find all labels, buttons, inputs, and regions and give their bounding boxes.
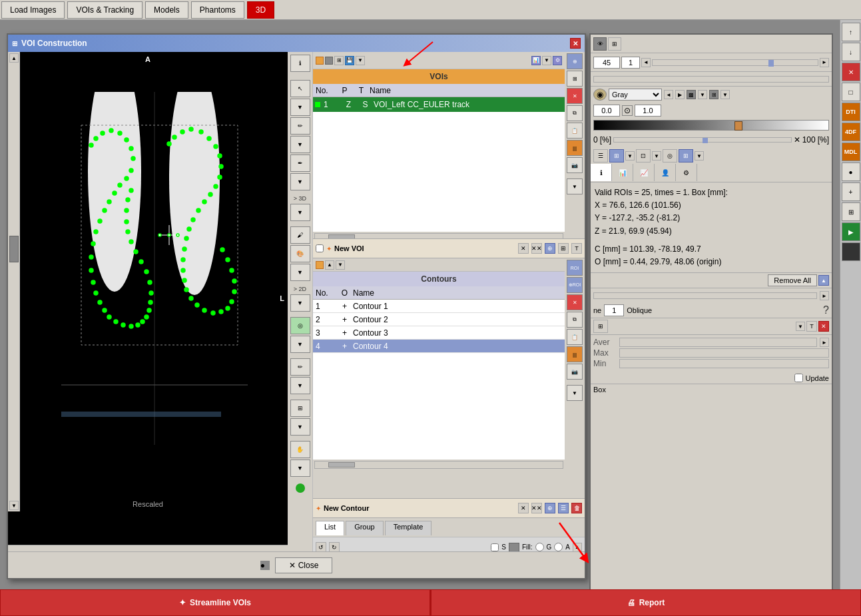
tool-arrow-down[interactable]: ▼ bbox=[290, 99, 310, 116]
color-play[interactable]: ▶ bbox=[675, 90, 685, 99]
ct-action-scroll-down[interactable]: ▼ bbox=[567, 385, 583, 401]
new-ct-roi[interactable]: ⊕ bbox=[545, 503, 555, 513]
tab-group[interactable]: Group bbox=[346, 521, 384, 535]
view-btn-2[interactable]: ⊞ bbox=[609, 149, 624, 162]
edit-eye[interactable] bbox=[509, 543, 519, 552]
gradient-bar[interactable] bbox=[593, 120, 829, 131]
more-t-label[interactable]: T bbox=[806, 321, 817, 332]
tool-copy[interactable]: ⊞ bbox=[290, 400, 310, 417]
edit-checkbox-s[interactable] bbox=[491, 543, 499, 551]
view-arrow2[interactable]: ▼ bbox=[652, 151, 661, 160]
info-slice-left[interactable]: ◄ bbox=[641, 58, 651, 67]
sidebar-btn-mdl[interactable]: MDL bbox=[842, 143, 860, 161]
voi-action-crosshair[interactable]: ⊕ bbox=[567, 53, 583, 69]
view-btn-1[interactable]: ☰ bbox=[593, 149, 608, 162]
tool-hand[interactable]: ✋ bbox=[290, 441, 310, 458]
voi-settings[interactable]: ▼ bbox=[542, 56, 551, 65]
question-mark[interactable]: ? bbox=[823, 304, 829, 316]
ct-action-roi1[interactable]: ROI bbox=[567, 260, 583, 276]
contour-row-2[interactable]: 2 + Contour 2 bbox=[313, 313, 565, 326]
threed-button[interactable]: 3D bbox=[247, 1, 274, 19]
view-btn-3[interactable]: ⊡ bbox=[636, 149, 651, 162]
vois-tracking-button[interactable]: VOIs & Tracking bbox=[67, 1, 143, 19]
view-btn-5[interactable]: ⊞ bbox=[679, 149, 693, 162]
voi-action-orange[interactable]: ||| bbox=[567, 140, 583, 156]
voi-arrow-down[interactable]: ▼ bbox=[356, 56, 365, 65]
color-arrow[interactable]: ▼ bbox=[698, 90, 707, 99]
color-icon3[interactable]: ⊞ bbox=[709, 90, 718, 99]
update-checkbox[interactable] bbox=[794, 374, 803, 382]
info-tab-info[interactable]: ℹ bbox=[591, 164, 612, 181]
scroll-up[interactable]: ▲ bbox=[9, 53, 19, 63]
tool-arrow-down5[interactable]: ▼ bbox=[290, 336, 310, 353]
close-button[interactable]: ✕ Close bbox=[275, 557, 333, 573]
info-tab-chart2[interactable]: 📈 bbox=[633, 164, 655, 181]
tool-brush[interactable]: 🖌 bbox=[290, 226, 310, 244]
sidebar-btn-dti[interactable]: DTI bbox=[842, 103, 860, 121]
tool-arrow-down2[interactable]: ▼ bbox=[290, 136, 310, 153]
ct-action-camera[interactable]: 📷 bbox=[567, 364, 583, 380]
sidebar-btn-1[interactable]: ↑ bbox=[842, 23, 860, 41]
voi-action-paste[interactable]: 📋 bbox=[567, 123, 583, 139]
info-grid-icon[interactable]: ⊞ bbox=[608, 37, 621, 51]
tab-list[interactable]: List bbox=[316, 521, 344, 535]
voi-action-move[interactable]: ⊞ bbox=[567, 71, 583, 87]
brightness-icon[interactable]: ⊙ bbox=[622, 105, 633, 116]
tool-circle-check[interactable]: ◎ bbox=[290, 317, 310, 334]
new-voi-text[interactable]: T bbox=[571, 243, 582, 254]
edit-radio-a[interactable] bbox=[554, 543, 563, 551]
tool-arrow-down4[interactable]: ▼ bbox=[290, 264, 310, 281]
color-icon2[interactable]: ▩ bbox=[687, 90, 696, 99]
contours-scrollbar[interactable] bbox=[314, 461, 563, 469]
tool-arrow-down8[interactable]: ▼ bbox=[290, 460, 310, 477]
aver-right[interactable]: ► bbox=[820, 338, 829, 347]
voi-action-scroll-down[interactable]: ▼ bbox=[567, 178, 583, 194]
info-slice-slider[interactable] bbox=[652, 59, 818, 66]
view-btn-4[interactable]: ◎ bbox=[663, 149, 677, 162]
tool-cursor[interactable]: ↖ bbox=[290, 80, 310, 97]
new-ct-x2[interactable]: ✕✕ bbox=[531, 503, 542, 513]
models-button[interactable]: Models bbox=[145, 1, 188, 19]
line-slider[interactable] bbox=[593, 292, 817, 299]
tool-paint2[interactable]: ✏ bbox=[290, 358, 310, 376]
tool-arrow-down6[interactable]: ▼ bbox=[290, 377, 310, 394]
sidebar-btn-square[interactable]: □ bbox=[842, 83, 860, 101]
sidebar-btn-plus[interactable]: + bbox=[842, 182, 860, 201]
sidebar-btn-play[interactable]: ▶ bbox=[842, 222, 860, 241]
info-tab-settings[interactable]: ⚙ bbox=[676, 164, 697, 181]
sidebar-btn-grid[interactable]: ⊞ bbox=[842, 202, 860, 221]
color-arrow2[interactable]: ▼ bbox=[720, 90, 730, 99]
contour-row-1[interactable]: 1 + Contour 1 bbox=[313, 300, 565, 313]
voi-action-camera[interactable]: 📷 bbox=[567, 157, 583, 173]
new-ct-close[interactable]: ✕ bbox=[518, 503, 529, 513]
phantoms-button[interactable]: Phantoms bbox=[191, 1, 244, 19]
info-slice-input[interactable] bbox=[593, 57, 620, 69]
remove-all-button[interactable]: Remove All bbox=[768, 274, 817, 286]
tool-green-indicator[interactable] bbox=[296, 483, 305, 493]
info-time-input[interactable] bbox=[621, 57, 640, 69]
tool-arrow-2d[interactable]: ▼ bbox=[290, 294, 310, 312]
info-tab-chart[interactable]: 📊 bbox=[612, 164, 633, 181]
sidebar-btn-close[interactable]: ✕ bbox=[842, 63, 860, 81]
new-voi-x2[interactable]: ✕✕ bbox=[531, 243, 542, 254]
line-value-input[interactable] bbox=[604, 304, 624, 316]
new-voi-close[interactable]: ✕ bbox=[518, 243, 529, 254]
contour-row-3[interactable]: 3 + Contour 3 bbox=[313, 326, 565, 340]
tool-arrow-down7[interactable]: ▼ bbox=[290, 418, 310, 436]
contour-up[interactable]: ▲ bbox=[325, 260, 334, 270]
brightness-input[interactable] bbox=[593, 105, 620, 117]
scroll-down[interactable]: ▼ bbox=[9, 501, 19, 510]
ct-action-orange[interactable]: ||| bbox=[567, 346, 583, 362]
contour-down-scroll[interactable]: ▼ bbox=[336, 260, 345, 270]
info-slice-right[interactable]: ► bbox=[820, 58, 829, 67]
sidebar-btn-dot[interactable]: ● bbox=[842, 162, 860, 181]
more-icon-1[interactable]: ⊞ bbox=[593, 320, 608, 333]
line-right-arrow[interactable]: ► bbox=[820, 291, 829, 300]
edit-radio-g[interactable] bbox=[535, 543, 544, 551]
edit-arrow[interactable]: ▲ bbox=[573, 543, 582, 552]
sidebar-btn-hdf[interactable]: 4DF bbox=[842, 123, 860, 141]
info-eye-icon[interactable]: 👁 bbox=[593, 37, 607, 51]
new-voi-icon2[interactable]: ⊞ bbox=[558, 243, 569, 254]
voi-window-close[interactable]: ✕ bbox=[570, 38, 581, 49]
voi-save[interactable]: 💾 bbox=[345, 56, 354, 65]
